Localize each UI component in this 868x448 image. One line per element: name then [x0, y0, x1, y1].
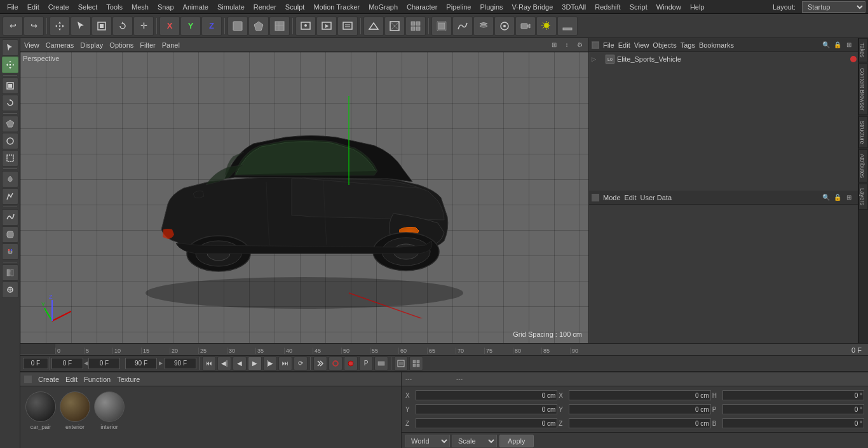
top-view-btn[interactable]	[384, 17, 405, 36]
lt-rotate[interactable]	[2, 95, 18, 111]
vp-icon-settings[interactable]: ⚙	[574, 40, 585, 50]
texture-mode[interactable]	[269, 17, 290, 36]
vp-icon-move[interactable]: ↕	[562, 40, 572, 50]
menu-mesh[interactable]: Mesh	[127, 2, 153, 12]
menu-help[interactable]: Help	[686, 2, 709, 12]
lt-move2[interactable]	[2, 282, 18, 298]
prev-frame[interactable]: ◀|	[217, 356, 231, 370]
lt-symmetry[interactable]	[2, 264, 18, 281]
perspective-btn[interactable]	[363, 17, 384, 36]
attr-edit[interactable]: Edit	[625, 194, 637, 201]
menu-render[interactable]: Render	[249, 2, 281, 12]
vp-cameras[interactable]: Cameras	[46, 41, 74, 49]
mat-swatch-1[interactable]: exterior	[60, 391, 90, 430]
lt-box-select[interactable]	[2, 150, 18, 166]
play-forward[interactable]: ▶	[248, 356, 262, 370]
om-expand-icon[interactable]: ⊞	[844, 40, 854, 50]
object-entry-elite[interactable]: ▷ L0 Elite_Sports_Vehicle	[589, 52, 868, 66]
camera-object[interactable]	[515, 17, 536, 36]
vp-panel[interactable]: Panel	[162, 41, 180, 49]
rotate-tool[interactable]	[112, 17, 133, 36]
deformer[interactable]	[473, 17, 494, 36]
light-object[interactable]	[536, 17, 557, 36]
coord-z2-input[interactable]	[569, 418, 710, 428]
vp-view[interactable]: View	[24, 41, 39, 49]
marker-btn[interactable]: P	[359, 356, 373, 370]
current-frame-input[interactable]	[23, 358, 48, 369]
coord-p-input[interactable]	[722, 404, 864, 414]
menu-tools[interactable]: Tools	[102, 2, 127, 12]
attr-user-data[interactable]: User Data	[641, 194, 672, 201]
vp-icon-expand[interactable]: ⊞	[549, 40, 559, 50]
lt-sculpt[interactable]	[2, 188, 18, 205]
render-active-view[interactable]	[316, 17, 337, 36]
start-frame-input[interactable]	[51, 358, 83, 369]
world-dropdown[interactable]: World	[405, 435, 450, 447]
vp-options[interactable]: Options	[109, 41, 133, 49]
coord-h-input[interactable]	[722, 390, 864, 400]
vp-display[interactable]: Display	[80, 41, 103, 49]
scale-tool[interactable]	[92, 17, 112, 36]
x-axis[interactable]: X	[159, 17, 180, 36]
menu-create[interactable]: Create	[44, 2, 74, 12]
z-axis[interactable]: Z	[201, 17, 222, 36]
layers-tab[interactable]: Layers	[858, 184, 868, 210]
om-search-icon[interactable]: 🔍	[821, 40, 831, 50]
autokey-btn[interactable]	[344, 356, 358, 370]
coord-y2-input[interactable]	[569, 404, 710, 414]
coord-y-input[interactable]	[416, 404, 557, 414]
structure-tab[interactable]: Structure	[858, 116, 868, 149]
next-frame[interactable]: |▶	[263, 356, 277, 370]
scene-object[interactable]	[494, 17, 515, 36]
attr-search-icon[interactable]: 🔍	[821, 193, 831, 203]
go-to-start[interactable]: ⏮	[202, 356, 216, 370]
spline-object[interactable]	[452, 17, 473, 36]
cube-object[interactable]	[431, 17, 452, 36]
model-mode[interactable]	[248, 17, 269, 36]
om-lock-icon[interactable]: 🔒	[832, 40, 843, 50]
om-objects[interactable]: Objects	[653, 41, 676, 49]
render-settings[interactable]	[337, 17, 358, 36]
end-frame-input[interactable]	[125, 358, 157, 369]
attr-mode[interactable]: Mode	[603, 194, 621, 201]
transform-tool[interactable]: ✛	[133, 17, 154, 36]
lt-paint[interactable]	[2, 171, 18, 187]
loop-toggle[interactable]: ⟳	[294, 356, 308, 370]
takes-tab[interactable]: Takes	[858, 38, 868, 62]
menu-file[interactable]: File	[3, 2, 23, 12]
timeline-settings[interactable]	[394, 356, 408, 370]
menu-sculpt[interactable]: Sculpt	[281, 2, 309, 12]
mat-swatch-2[interactable]: interior	[94, 391, 125, 430]
scale-dropdown[interactable]: Scale	[452, 435, 497, 447]
om-tags[interactable]: Tags	[681, 41, 695, 49]
coord-x2-input[interactable]	[569, 390, 710, 400]
max-frame-input[interactable]	[165, 358, 196, 369]
redo-button[interactable]: ↪	[24, 17, 44, 36]
render-view[interactable]	[295, 17, 316, 36]
menu-vray[interactable]: V-Ray Bridge	[508, 2, 558, 12]
menu-redshift[interactable]: Redshift	[590, 2, 625, 12]
lt-knife[interactable]	[2, 133, 18, 149]
mat-texture[interactable]: Texture	[117, 376, 140, 383]
content-browser-tab[interactable]: Content Browser	[858, 64, 868, 115]
min-frame-input[interactable]	[88, 358, 120, 369]
four-view-btn[interactable]	[405, 17, 426, 36]
coord-b-input[interactable]	[722, 418, 864, 428]
om-bookmarks[interactable]: Bookmarks	[699, 41, 734, 49]
keyframe-btn[interactable]	[329, 356, 342, 370]
y-axis[interactable]: Y	[180, 17, 201, 36]
lt-poly-pen[interactable]	[2, 116, 18, 132]
undo-button[interactable]: ↩	[3, 17, 23, 36]
lt-move[interactable]	[2, 57, 18, 73]
go-to-end[interactable]: ⏭	[278, 356, 292, 370]
menu-animate[interactable]: Animate	[179, 2, 213, 12]
menu-edit[interactable]: Edit	[23, 2, 44, 12]
menu-script[interactable]: Script	[625, 2, 652, 12]
lt-spline[interactable]	[2, 209, 18, 226]
lt-scale[interactable]	[2, 78, 18, 94]
play-reverse[interactable]: ◀	[233, 356, 247, 370]
object-red-dot[interactable]	[850, 56, 857, 62]
motion-clip-btn[interactable]	[374, 356, 388, 370]
object-mode[interactable]	[227, 17, 248, 36]
viewport-canvas[interactable]: Perspective	[20, 52, 588, 343]
